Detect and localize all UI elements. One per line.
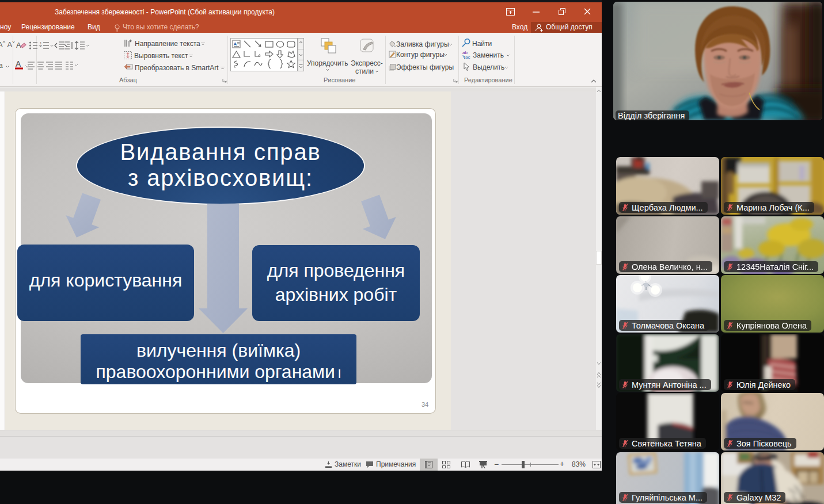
svg-text:А: А [16,41,21,49]
svg-text:A: A [234,41,237,47]
svg-text:а: а [0,62,3,70]
svg-text:2: 2 [40,44,42,48]
svg-text:А: А [16,59,21,68]
svg-text:ac: ac [465,55,470,59]
